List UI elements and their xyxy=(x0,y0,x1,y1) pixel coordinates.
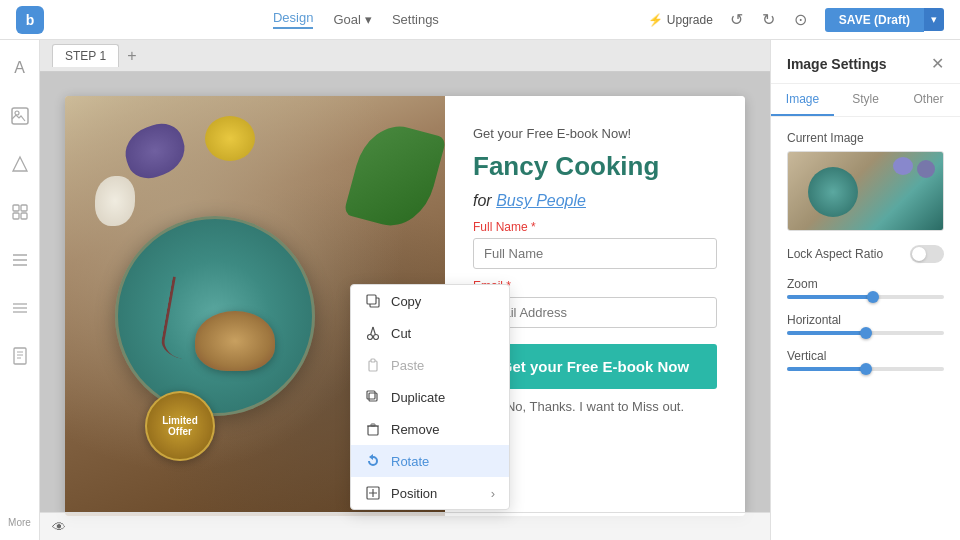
toggle-knob xyxy=(912,247,926,261)
panel-header: Image Settings ✕ xyxy=(771,40,960,84)
upgrade-button[interactable]: ⚡ Upgrade xyxy=(648,13,713,27)
position-icon xyxy=(365,485,381,501)
sidebar-item-image[interactable] xyxy=(4,100,36,132)
context-position[interactable]: Position › xyxy=(351,477,509,509)
full-name-field-group: Full Name * xyxy=(473,220,717,269)
svg-rect-26 xyxy=(367,391,375,399)
svg-point-19 xyxy=(368,335,373,340)
visibility-icon[interactable]: 👁 xyxy=(52,519,66,535)
paste-icon xyxy=(365,357,381,373)
vertical-slider-thumb[interactable] xyxy=(860,363,872,375)
lp-subtitle: Get your Free E-book Now! xyxy=(473,126,717,141)
zoom-label: Zoom xyxy=(787,277,944,291)
context-cut[interactable]: Cut xyxy=(351,317,509,349)
nav-settings[interactable]: Settings xyxy=(392,10,439,29)
vertical-slider-track[interactable] xyxy=(787,367,944,371)
canvas-tab-bar: STEP 1 + xyxy=(40,40,770,72)
canvas-tab-step1[interactable]: STEP 1 xyxy=(52,44,119,67)
horizontal-slider-row: Horizontal xyxy=(787,313,944,335)
lock-aspect-ratio-row: Lock Aspect Ratio xyxy=(787,245,944,263)
svg-rect-6 xyxy=(21,213,27,219)
preview-plate xyxy=(808,167,858,217)
zoom-slider-fill xyxy=(787,295,873,299)
left-sidebar: A xyxy=(0,40,40,540)
svg-rect-4 xyxy=(21,205,27,211)
svg-rect-25 xyxy=(369,393,377,401)
paste-label: Paste xyxy=(391,358,424,373)
chevron-down-icon: ▾ xyxy=(365,12,372,27)
tab-style[interactable]: Style xyxy=(834,84,897,116)
tab-image[interactable]: Image xyxy=(771,84,834,116)
sidebar-item-layers[interactable] xyxy=(4,292,36,324)
flower-yellow xyxy=(205,116,255,161)
current-image-section: Current Image xyxy=(787,131,944,231)
sidebar-item-text[interactable]: A xyxy=(4,52,36,84)
horizontal-slider-thumb[interactable] xyxy=(860,327,872,339)
save-dropdown-button[interactable]: ▾ xyxy=(924,8,944,31)
lp-italic-link[interactable]: Busy People xyxy=(496,192,586,209)
context-copy[interactable]: Copy xyxy=(351,285,509,317)
svg-rect-18 xyxy=(367,295,376,304)
current-image-title: Current Image xyxy=(787,131,944,145)
sidebar-more: More xyxy=(8,517,31,528)
sidebar-item-widgets[interactable] xyxy=(4,196,36,228)
save-button[interactable]: SAVE (Draft) xyxy=(825,8,924,32)
nav-goal[interactable]: Goal ▾ xyxy=(333,10,371,29)
horizontal-slider-track[interactable] xyxy=(787,331,944,335)
limited-offer-badge[interactable]: Limited Offer xyxy=(145,391,215,461)
canvas-area: STEP 1 + Limited xyxy=(40,40,770,540)
horizontal-slider-fill xyxy=(787,331,866,335)
sidebar-item-shapes[interactable] xyxy=(4,148,36,180)
duplicate-icon xyxy=(365,389,381,405)
sidebar-item-lines[interactable] xyxy=(4,244,36,276)
position-label: Position xyxy=(391,486,437,501)
panel-title: Image Settings xyxy=(787,56,887,72)
tab-other[interactable]: Other xyxy=(897,84,960,116)
topbar-icons: ↺ ↻ ⊙ xyxy=(725,8,813,32)
full-name-input[interactable] xyxy=(473,238,717,269)
submenu-arrow-icon: › xyxy=(491,486,495,501)
svg-rect-5 xyxy=(13,213,19,219)
remove-label: Remove xyxy=(391,422,439,437)
vertical-slider-fill xyxy=(787,367,866,371)
panel-tabs: Image Style Other xyxy=(771,84,960,117)
context-remove[interactable]: Remove xyxy=(351,413,509,445)
current-image-preview[interactable] xyxy=(787,151,944,231)
panel-body: Current Image Lock Aspect Ratio Zoom xyxy=(771,117,960,540)
lock-aspect-toggle[interactable] xyxy=(910,245,944,263)
undo-icon[interactable]: ↺ xyxy=(725,8,749,32)
svg-rect-13 xyxy=(14,348,26,364)
preview-flower2 xyxy=(917,160,935,178)
context-rotate[interactable]: Rotate xyxy=(351,445,509,477)
right-panel: Image Settings ✕ Image Style Other Curre… xyxy=(770,40,960,540)
context-menu: Copy Cut Paste xyxy=(350,284,510,510)
topbar-right: ⚡ Upgrade ↺ ↻ ⊙ SAVE (Draft) ▾ xyxy=(648,8,944,32)
preview-icon[interactable]: ⊙ xyxy=(789,8,813,32)
topbar: b Design Goal ▾ Settings ⚡ Upgrade ↺ ↻ ⊙… xyxy=(0,0,960,40)
context-duplicate[interactable]: Duplicate xyxy=(351,381,509,413)
zoom-slider-track[interactable] xyxy=(787,295,944,299)
lock-aspect-label: Lock Aspect Ratio xyxy=(787,247,883,261)
cut-icon xyxy=(365,325,381,341)
svg-marker-2 xyxy=(13,157,27,171)
sidebar-item-pages[interactable] xyxy=(4,340,36,372)
save-button-group: SAVE (Draft) ▾ xyxy=(825,8,944,32)
zoom-slider-row: Zoom xyxy=(787,277,944,299)
zoom-slider-thumb[interactable] xyxy=(867,291,879,303)
svg-line-21 xyxy=(371,327,374,335)
full-name-required: * xyxy=(531,220,536,234)
canvas-tab-add[interactable]: + xyxy=(127,47,136,65)
vertical-label: Vertical xyxy=(787,349,944,363)
app-logo[interactable]: b xyxy=(16,6,44,34)
main-layout: A xyxy=(0,40,960,540)
copy-label: Copy xyxy=(391,294,421,309)
nav-design[interactable]: Design xyxy=(273,10,313,29)
svg-rect-24 xyxy=(371,359,375,362)
horizontal-label: Horizontal xyxy=(787,313,944,327)
vertical-slider-row: Vertical xyxy=(787,349,944,371)
rotate-icon xyxy=(365,453,381,469)
lp-italic-text: for Busy People xyxy=(473,192,717,210)
lightning-icon: ⚡ xyxy=(648,13,663,27)
redo-icon[interactable]: ↻ xyxy=(757,8,781,32)
panel-close-button[interactable]: ✕ xyxy=(931,54,944,73)
